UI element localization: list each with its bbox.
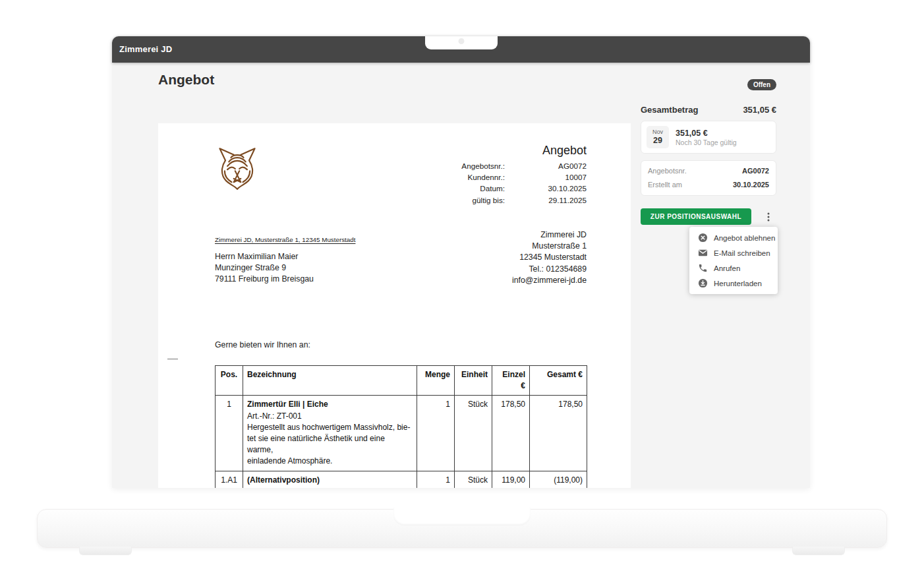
position-selection-button[interactable]: ZUR POSITIONSAUSWAHL — [641, 208, 751, 225]
cell-pos: 1 — [216, 396, 243, 471]
cell-total: 178,50 — [530, 396, 587, 471]
col-header-einheit: Einheit — [455, 366, 492, 396]
col-header-einzel: Einzel € — [492, 366, 530, 396]
meta-row: Datum: 30.10.2025 — [428, 183, 587, 194]
menu-item-call[interactable]: Anrufen — [689, 260, 778, 276]
menu-item-label: Herunterladen — [714, 280, 762, 287]
info-value: AG0072 — [742, 167, 769, 175]
app-window: Zimmerei JD Angebot Offen — [112, 36, 810, 488]
validity-card: Nov 29 351,05 € Noch 30 Tage gültig — [641, 121, 776, 154]
menu-item-label: E-Mail schreiben — [714, 249, 770, 257]
cell-unit-price: 178,50 — [492, 396, 530, 471]
cell-pos: 1.A1 — [216, 471, 243, 488]
meta-value: 10007 — [505, 171, 587, 183]
download-circle-icon — [698, 278, 708, 288]
meta-value: AG0072 — [505, 160, 587, 171]
info-label: Erstellt am — [648, 181, 682, 189]
page-title: Angebot — [158, 69, 214, 90]
total-label: Gesamtbetrag — [641, 105, 698, 115]
col-header-bezeichnung: Bezeichnung — [243, 366, 417, 396]
document-page: Angebot Angebotsnr.: AG0072 Kundennr.: 1… — [158, 123, 631, 488]
kebab-menu-icon — [763, 212, 774, 222]
app-title: Zimmerei JD — [119, 36, 172, 63]
table-header-row: Pos. Bezeichnung Menge Einheit Einzel € … — [216, 366, 587, 396]
context-menu: Angebot ablehnen E-Mail schreiben Anrufe… — [689, 227, 778, 294]
device-foot-left — [79, 547, 132, 555]
total-row: Gesamtbetrag 351,05 € — [641, 105, 776, 115]
document-title: Angebot — [542, 144, 587, 158]
device-base-thumb-notch — [393, 508, 531, 526]
validity-amount: 351,05 € — [676, 129, 737, 138]
info-row: Erstellt am 30.10.2025 — [648, 181, 769, 189]
meta-row: Angebotsnr.: AG0072 — [428, 160, 587, 171]
cell-total: (119,00) — [530, 471, 587, 488]
validity-note: Noch 30 Tage gültig — [676, 138, 737, 146]
cell-unit-price: 119,00 — [492, 471, 530, 488]
tiger-logo-icon — [215, 146, 260, 191]
meta-row: Kundennr.: 10007 — [428, 171, 587, 183]
app-content: Angebot Offen Angebo — [112, 63, 810, 488]
fold-mark — [167, 359, 178, 359]
menu-item-reject[interactable]: Angebot ablehnen — [689, 230, 778, 245]
menu-item-download[interactable]: Herunterladen — [689, 276, 778, 291]
phone-icon — [698, 263, 708, 273]
device-foot-right — [792, 547, 845, 555]
recipient-address: Herrn Maximilian Maier Munzinger Straße … — [215, 251, 314, 286]
envelope-icon — [698, 248, 708, 258]
table-row: 1 Zimmertür Elli | Eiche Art.-Nr.: ZT-00… — [216, 396, 587, 471]
info-label: Angebotsnr. — [648, 167, 687, 175]
meta-label: gültig bis: — [428, 195, 505, 206]
meta-value: 30.10.2025 — [505, 183, 587, 194]
cell-description: Zimmertür Elli | Eiche Art.-Nr.: ZT-001 … — [243, 396, 417, 471]
calendar-month: Nov — [647, 129, 669, 135]
document-meta: Angebotsnr.: AG0072 Kundennr.: 10007 Dat… — [428, 160, 587, 206]
camera-dot-icon — [458, 38, 464, 44]
col-header-menge: Menge — [417, 366, 455, 396]
meta-row: gültig bis: 29.11.2025 — [428, 195, 587, 206]
screen: Zimmerei JD Angebot Offen — [0, 0, 924, 571]
item-name: (Alternativposition) Zimmertür Franz | F… — [247, 475, 413, 488]
action-row: ZUR POSITIONSAUSWAHL — [641, 208, 776, 225]
info-card: Angebotsnr. AG0072 Erstellt am 30.10.202… — [641, 160, 776, 196]
meta-label: Angebotsnr.: — [428, 160, 505, 171]
cell-unit: Stück — [455, 471, 492, 488]
item-details: Art.-Nr.: ZT-001 Hergestellt aus hochwer… — [247, 411, 413, 467]
cell-qty: 1 — [417, 396, 455, 471]
sidebar: Gesamtbetrag 351,05 € Nov 29 351,05 € No… — [641, 105, 776, 225]
cell-qty: 1 — [417, 471, 455, 488]
meta-label: Kundennr.: — [428, 171, 505, 183]
table-row: 1.A1 (Alternativposition) Zimmertür Fran… — [216, 471, 587, 488]
calendar-day: 29 — [647, 135, 669, 146]
total-value: 351,05 € — [743, 105, 776, 115]
meta-label: Datum: — [428, 183, 505, 194]
camera-notch — [425, 36, 498, 49]
col-header-pos: Pos. — [216, 366, 243, 396]
menu-item-label: Angebot ablehnen — [714, 234, 775, 242]
circle-x-icon — [698, 233, 708, 243]
menu-item-label: Anrufen — [714, 264, 740, 272]
info-value: 30.10.2025 — [733, 181, 769, 189]
intro-line: Gerne bieten wir Ihnen an: — [215, 340, 310, 349]
cell-description: (Alternativposition) Zimmertür Franz | F… — [243, 471, 417, 488]
calendar-date-icon: Nov 29 — [647, 126, 669, 148]
sender-line: Zimmerei JD, Musterstraße 1, 12345 Muste… — [215, 236, 355, 243]
info-row: Angebotsnr. AG0072 — [648, 167, 769, 175]
status-badge: Offen — [747, 79, 776, 90]
kebab-menu-button[interactable] — [761, 209, 776, 225]
meta-value: 29.11.2025 — [505, 195, 587, 206]
col-header-gesamt: Gesamt € — [530, 366, 587, 396]
menu-item-email[interactable]: E-Mail schreiben — [689, 245, 778, 260]
positions-table: Pos. Bezeichnung Menge Einheit Einzel € … — [215, 365, 587, 488]
validity-info: 351,05 € Noch 30 Tage gültig — [676, 129, 737, 146]
item-name: Zimmertür Elli | Eiche — [247, 399, 413, 410]
company-address: Zimmerei JD Musterstraße 1 12345 Musters… — [512, 229, 587, 286]
cell-unit: Stück — [455, 396, 492, 471]
